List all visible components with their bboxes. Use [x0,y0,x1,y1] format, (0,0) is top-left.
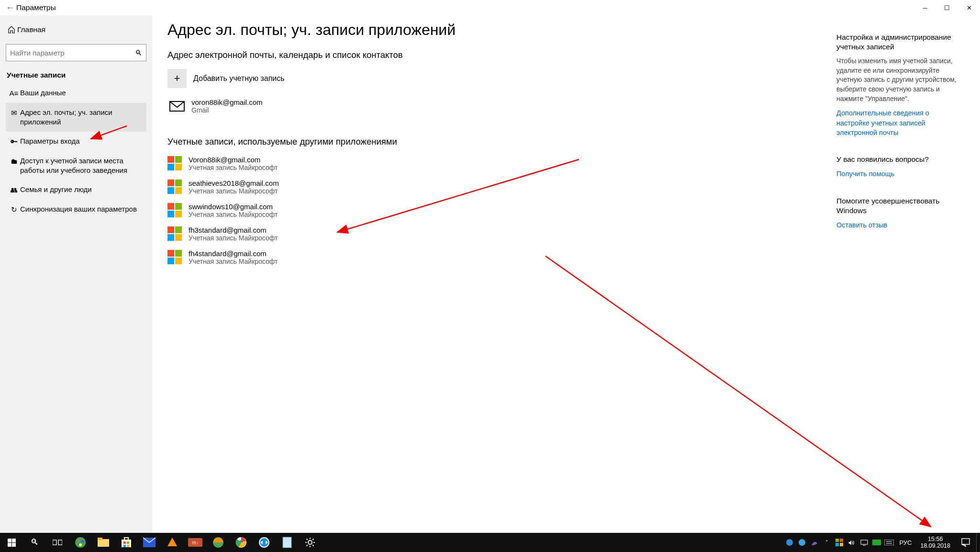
taskbar-app-mail[interactable] [138,533,161,552]
tray-icon[interactable] [796,533,808,552]
tray-icon[interactable] [808,533,821,552]
close-button[interactable]: ✕ [958,0,980,15]
microsoft-logo-icon [167,250,182,264]
svg-rect-47 [840,539,843,542]
notification-center-icon[interactable] [955,538,976,547]
add-account-label: Добавить учетную запись [193,74,285,83]
sidebar-item-email-accounts[interactable]: ✉ Адрес эл. почты; уч. записи приложений [6,103,146,132]
rp-questions-heading: У вас появились вопросы? [836,155,961,164]
sidebar-item-signin-options[interactable]: 🔑︎ Параметры входа [6,132,146,151]
ms-account-row[interactable]: fh3standard@gmail.comУчетная запись Майк… [167,226,584,242]
taskbar-app-explorer[interactable] [92,533,115,552]
account-email: seathieves2018@gmail.com [189,179,279,187]
svg-point-14 [79,543,82,546]
tray-volume-icon[interactable]: 🔊︎ [846,533,858,552]
ms-account-row[interactable]: swwindows10@gmail.comУчетная запись Майк… [167,203,584,218]
rp-help-link[interactable]: Получить помощь [836,169,961,179]
svg-rect-48 [835,543,839,546]
sidebar-item-label: Ваши данные [20,88,66,98]
taskbar-app-markdown[interactable]: m↓ [184,533,207,552]
taskbar-app-paint[interactable] [69,533,92,552]
sidebar-home[interactable]: Главная [6,20,146,39]
search-input[interactable] [10,49,135,57]
svg-rect-18 [124,538,128,541]
sidebar: Главная 🔍︎ Учетные записи Α≡ Ваши данные… [0,15,152,533]
task-view-button[interactable] [46,533,69,552]
account-email: swwindows10@gmail.com [189,203,278,211]
rp-admin-heading: Настройка и администрирование учетных за… [836,33,961,52]
search-button[interactable]: 🔍︎ [23,533,46,552]
account-email: fh3standard@gmail.com [189,226,278,234]
add-account-row[interactable]: + Добавить учетную запись [167,69,584,88]
sync-icon: ↻ [8,205,20,214]
maximize-button[interactable]: ☐ [936,0,958,15]
tray-keyboard-icon[interactable] [883,533,895,552]
svg-rect-10 [58,540,62,545]
svg-rect-9 [53,540,56,545]
sidebar-item-family[interactable]: 👥︎ Семья и другие люди [6,180,146,200]
taskbar-app-settings[interactable] [299,533,322,552]
svg-line-42 [307,545,308,546]
taskbar-time: 15:56 [920,536,950,542]
start-button[interactable] [0,533,23,552]
rp-feedback-heading: Помогите усовершенствовать Windows [836,196,961,215]
taskbar-app-store[interactable] [115,533,138,552]
mail-icon: ✉ [8,108,20,118]
svg-rect-21 [123,545,126,547]
sidebar-item-your-info[interactable]: Α≡ Ваши данные [6,83,146,103]
rp-feedback-link[interactable]: Оставить отзыв [836,220,961,230]
briefcase-icon: 🖿 [8,157,20,166]
ms-account-row[interactable]: Voron88ik@gmail.comУчетная запись Майкро… [167,156,584,171]
svg-rect-19 [123,541,126,544]
window-title: Параметры [16,3,56,12]
ms-account-row[interactable]: seathieves2018@gmail.comУчетная запись М… [167,179,584,195]
svg-rect-22 [127,545,129,547]
svg-line-43 [312,539,313,540]
microsoft-logo-icon [167,156,182,170]
sidebar-item-sync[interactable]: ↻ Синхронизация ваших параметров [6,200,146,219]
plus-icon: + [167,69,187,88]
svg-rect-34 [283,537,291,548]
envelope-icon [167,97,187,116]
back-icon[interactable]: ← [6,3,16,13]
taskbar-app-firefox[interactable] [207,533,230,552]
sidebar-item-work-access[interactable]: 🖿 Доступ к учетной записи места работы и… [6,151,146,180]
ms-account-row[interactable]: fh4standard@gmail.comУчетная запись Майк… [167,249,584,265]
taskbar-app-teamviewer[interactable] [253,533,276,552]
taskbar: 🔍︎ m↓ ˄ 🔊︎ РУС 15:56 18.09.2018 [0,533,980,552]
microsoft-logo-icon [167,180,182,194]
sidebar-item-label: Параметры входа [20,136,80,146]
taskbar-app-chrome[interactable] [230,533,253,552]
account-type: Учетная запись Майкрософт [189,258,278,265]
sidebar-item-label: Адрес эл. почты; уч. записи приложений [20,108,145,127]
minimize-button[interactable]: ─ [914,0,936,15]
tray-network-icon[interactable] [858,533,870,552]
svg-rect-20 [127,541,129,544]
svg-rect-16 [98,538,102,540]
taskbar-app-notepad[interactable] [276,533,299,552]
tray-defender-icon[interactable] [833,533,846,552]
search-icon: 🔍︎ [135,49,142,57]
titlebar: ← Параметры ─ ☐ ✕ [0,0,980,15]
search-box[interactable]: 🔍︎ [6,44,146,61]
tray-chevron-icon[interactable]: ˄ [821,533,833,552]
sidebar-item-label: Синхронизация ваших параметров [20,204,137,214]
page-title: Адрес эл. почты; уч. записи приложений [167,21,584,39]
taskbar-app-aimp[interactable] [161,533,184,552]
taskbar-language[interactable]: РУС [895,539,915,546]
tray-nvidia-icon[interactable] [870,533,883,552]
rp-admin-body: Чтобы изменить имя учетной записи, удали… [836,56,961,103]
svg-point-12 [77,539,80,542]
sidebar-heading: Учетные записи [7,71,146,79]
tray-icon[interactable] [783,533,796,552]
svg-marker-24 [167,538,177,546]
people-icon: 👥︎ [8,185,20,195]
sidebar-item-label: Доступ к учетной записи места работы или… [20,156,145,175]
right-panel: Настройка и администрирование учетных за… [836,21,961,533]
svg-point-44 [786,539,793,546]
svg-rect-52 [872,540,881,545]
rp-admin-link[interactable]: Дополнительные сведения о настройке учет… [836,108,961,137]
taskbar-clock[interactable]: 15:56 18.09.2018 [915,536,955,549]
show-desktop-button[interactable] [976,533,980,552]
email-account-row[interactable]: voron88ik@gmail.com Gmail [167,97,584,116]
